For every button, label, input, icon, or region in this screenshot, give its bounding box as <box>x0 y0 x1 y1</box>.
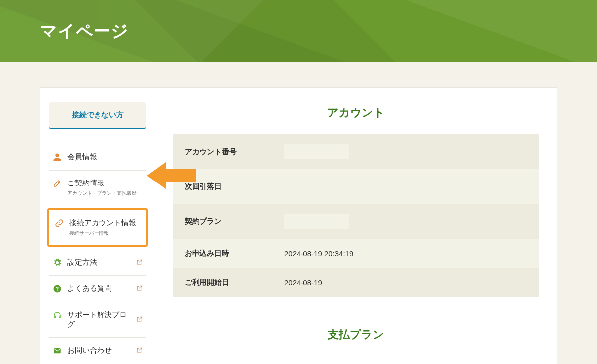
row-value: 2024-08-19 <box>272 268 539 297</box>
sidebar-item-setup[interactable]: 設定方法 <box>49 250 146 276</box>
edit-icon <box>52 179 62 188</box>
table-row: アカウント番号 <box>173 134 539 169</box>
row-label: お申込み日時 <box>173 239 272 268</box>
row-value <box>272 134 539 169</box>
table-row: お申込み日時 2024-08-19 20:34:19 <box>173 239 539 268</box>
table-row: 契約プラン <box>173 204 539 239</box>
sidebar-item-contract-info[interactable]: ご契約情報 アカウント・プラン・支払履歴 <box>49 171 146 205</box>
sidebar-item-faq[interactable]: ? よくある質問 <box>49 276 146 302</box>
page-title: マイページ <box>40 20 129 43</box>
row-value: 2024-08-19 20:34:19 <box>272 239 539 268</box>
main-content: アカウント アカウント番号 次回引落日 契約プラン お申込み日時 2024-08… <box>155 88 557 364</box>
redacted-value <box>284 179 349 194</box>
redacted-value <box>284 214 349 229</box>
headset-icon <box>52 310 62 320</box>
content-container: 接続できない方 会員情報 ご契約情報 アカウント・プラン・支払履歴 <box>40 87 557 364</box>
gear-icon <box>52 258 62 268</box>
link-icon <box>54 218 64 228</box>
external-link-icon <box>136 347 143 355</box>
svg-text:?: ? <box>56 286 59 292</box>
row-label: アカウント番号 <box>173 134 272 169</box>
sidebar-item-label: 会員情報 <box>67 152 97 162</box>
sidebar-item-connection-account[interactable]: 接続アカウント情報 接続サーバー情報 <box>47 208 148 247</box>
table-row: 次回引落日 <box>173 169 539 204</box>
sidebar-item-label: 設定方法 <box>67 258 97 267</box>
sidebar-item-label: 接続アカウント情報 <box>69 218 136 228</box>
person-icon <box>52 152 62 162</box>
sidebar-nav: 会員情報 ご契約情報 アカウント・プラン・支払履歴 接続アカウント情報 <box>49 144 146 364</box>
connection-help-button[interactable]: 接続できない方 <box>49 102 146 129</box>
sidebar-item-member-info[interactable]: 会員情報 <box>49 144 146 171</box>
sidebar-item-sublabel: 接続サーバー情報 <box>69 230 136 237</box>
row-value <box>272 169 539 204</box>
account-info-table: アカウント番号 次回引落日 契約プラン お申込み日時 2024-08-19 20… <box>173 134 539 297</box>
sidebar-item-sublabel: アカウント・プラン・支払履歴 <box>67 190 137 197</box>
sidebar-item-contact[interactable]: お問い合わせ <box>49 338 146 364</box>
sidebar: 接続できない方 会員情報 ご契約情報 アカウント・プラン・支払履歴 <box>40 88 155 364</box>
sidebar-item-label: よくある質問 <box>67 284 112 293</box>
row-label: 契約プラン <box>173 204 272 239</box>
mail-icon <box>52 346 62 356</box>
external-link-icon <box>136 285 143 293</box>
svg-rect-2 <box>54 348 61 354</box>
help-icon: ? <box>52 284 62 294</box>
payment-section-title: 支払プラン <box>173 327 539 342</box>
sidebar-item-label: サポート解決ブログ <box>67 310 131 329</box>
external-link-icon <box>136 316 143 324</box>
row-value <box>272 204 539 239</box>
sidebar-item-label: ご契約情報 <box>67 179 137 188</box>
page-header: マイページ <box>0 0 597 62</box>
sidebar-item-support-blog[interactable]: サポート解決ブログ <box>49 302 146 338</box>
external-link-icon <box>136 259 143 267</box>
sidebar-item-label: お問い合わせ <box>67 346 112 355</box>
account-section-title: アカウント <box>173 105 539 120</box>
table-row: ご利用開始日 2024-08-19 <box>173 268 539 297</box>
row-label: 次回引落日 <box>173 169 272 204</box>
redacted-value <box>284 144 349 159</box>
row-label: ご利用開始日 <box>173 268 272 297</box>
